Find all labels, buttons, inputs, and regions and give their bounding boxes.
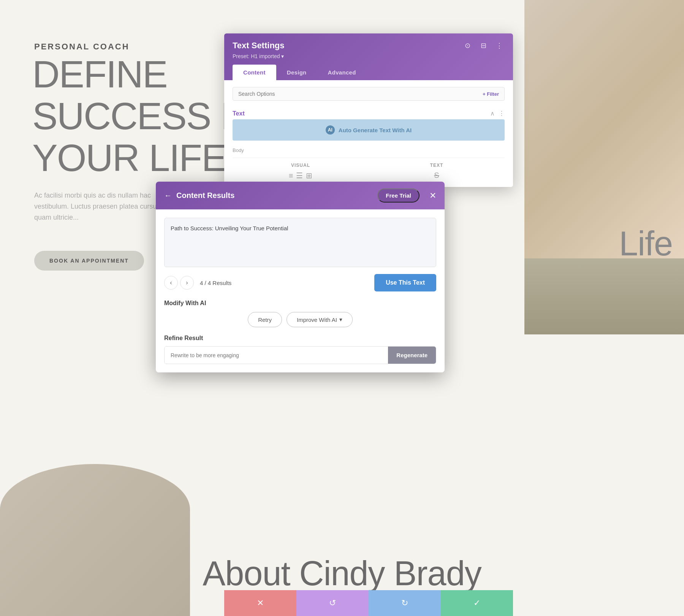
text-format-label: Text	[430, 163, 443, 168]
ai-generate-button[interactable]: AI Auto Generate Text With AI	[233, 119, 505, 141]
columns-icon[interactable]: ⊟	[478, 40, 489, 51]
nav-arrows: ‹ › 4 / 4 Results	[164, 276, 231, 290]
tab-advanced[interactable]: Advanced	[317, 65, 367, 80]
cancel-button[interactable]: ✕	[224, 590, 296, 616]
next-result-button[interactable]: ›	[180, 276, 194, 290]
bg-image-bottom-left	[0, 464, 190, 616]
text-section-icons: ∧ ⋮	[490, 110, 505, 117]
align-center-icon[interactable]: ☰	[296, 171, 303, 180]
text-section: Text ∧ ⋮ AI Auto Generate Text With AI B…	[233, 108, 505, 153]
improve-chevron-icon: ▾	[339, 316, 342, 323]
text-format-icons: S	[434, 171, 439, 180]
save-button[interactable]: ✓	[441, 590, 513, 616]
tab-design[interactable]: Design	[276, 65, 317, 80]
text-section-header: Text ∧ ⋮	[233, 108, 505, 119]
undo-button[interactable]: ↺	[296, 590, 369, 616]
panel-footer-row: Visual ≡ ☰ ⊞ Text S	[233, 158, 505, 180]
free-trial-badge[interactable]: Free Trial	[377, 188, 420, 203]
hero-title: DEFINE SUCCESS IN YOUR LIFE	[32, 53, 257, 179]
regenerate-button[interactable]: Regenerate	[388, 347, 436, 364]
more-options-icon[interactable]: ⋮	[494, 40, 505, 51]
refine-input[interactable]	[165, 347, 388, 364]
visual-label: Visual	[291, 163, 310, 168]
modal-header: ← Content Results Free Trial ✕	[156, 182, 445, 209]
panel-body: + Filter Text ∧ ⋮ AI Auto Generate Text …	[224, 80, 513, 187]
content-results-modal: ← Content Results Free Trial ✕ ‹ › 4 / 4…	[156, 182, 445, 372]
close-icon[interactable]: ✕	[429, 191, 436, 201]
panel-bottom-toolbar: ✕ ↺ ↻ ✓	[224, 590, 513, 616]
retry-button[interactable]: Retry	[248, 312, 282, 327]
ai-generate-label: Auto Generate Text With AI	[339, 127, 412, 133]
modal-header-left: ← Content Results	[164, 191, 234, 200]
search-input[interactable]	[238, 91, 483, 97]
modify-section: Modify With AI Retry Improve With AI ▾	[164, 300, 436, 327]
results-count: 4 / 4 Results	[200, 280, 231, 286]
bg-image-mid-right	[524, 258, 684, 334]
text-format-section: Text S	[369, 163, 505, 180]
life-text: Life	[619, 224, 673, 263]
use-this-text-button[interactable]: Use This Text	[374, 274, 436, 291]
panel-title: Text Settings	[233, 41, 285, 51]
hero-label: PERSONAL COACH	[34, 42, 130, 52]
camera-icon[interactable]: ⊙	[462, 40, 473, 51]
improve-with-ai-button[interactable]: Improve With AI ▾	[287, 312, 353, 327]
collapse-icon[interactable]: ∧	[490, 110, 495, 117]
refine-section: Refine Result Regenerate	[164, 335, 436, 364]
modify-title: Modify With AI	[164, 300, 436, 307]
text-settings-panel: Text Settings ⊙ ⊟ ⋮ Preset: H1 imported …	[224, 33, 513, 187]
bg-image-top-right	[524, 0, 684, 258]
visual-icons: ≡ ☰ ⊞	[289, 171, 313, 180]
ai-icon: AI	[326, 125, 335, 135]
body-label: Body	[233, 147, 505, 153]
book-appointment-button[interactable]: BOOK AN APPOINTMENT	[34, 251, 144, 271]
modify-buttons: Retry Improve With AI ▾	[164, 312, 436, 327]
tab-content[interactable]: Content	[233, 65, 276, 80]
about-title: About Cindy Brady	[0, 554, 684, 593]
back-arrow-icon[interactable]: ←	[164, 191, 172, 200]
modal-body: ‹ › 4 / 4 Results Use This Text Modify W…	[156, 209, 445, 372]
refine-title: Refine Result	[164, 335, 436, 342]
prev-result-button[interactable]: ‹	[164, 276, 178, 290]
modal-title: Content Results	[176, 191, 234, 200]
strikethrough-icon[interactable]: S	[434, 171, 439, 180]
panel-tabs: Content Design Advanced	[233, 65, 505, 80]
panel-preset[interactable]: Preset: H1 imported ▾	[233, 53, 505, 59]
align-left-icon[interactable]: ≡	[289, 171, 293, 180]
filter-button[interactable]: + Filter	[483, 91, 499, 97]
search-filter-row: + Filter	[233, 87, 505, 101]
panel-header: Text Settings ⊙ ⊟ ⋮ Preset: H1 imported …	[224, 33, 513, 80]
text-section-title: Text	[233, 110, 245, 117]
table-icon[interactable]: ⊞	[306, 171, 312, 180]
result-textarea[interactable]	[164, 218, 436, 267]
refine-input-row: Regenerate	[164, 346, 436, 364]
result-nav-row: ‹ › 4 / 4 Results Use This Text	[164, 274, 436, 291]
improve-label: Improve With AI	[297, 317, 337, 323]
redo-button[interactable]: ↻	[369, 590, 441, 616]
panel-header-icons: ⊙ ⊟ ⋮	[462, 40, 505, 51]
section-more-icon[interactable]: ⋮	[499, 110, 505, 117]
visual-section: Visual ≡ ☰ ⊞	[233, 163, 369, 180]
